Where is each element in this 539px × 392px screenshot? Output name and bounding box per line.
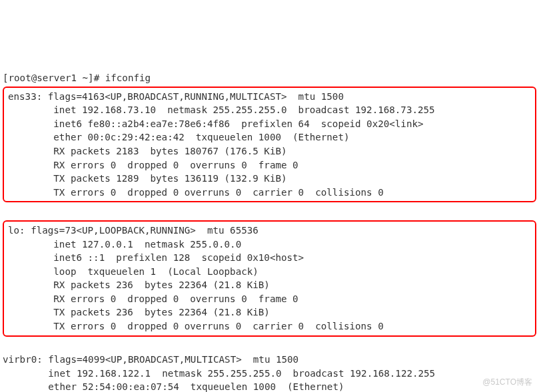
ens33-line-4: ether 00:0c:29:42:ea:42 txqueuelen 1000 … [8, 132, 350, 142]
ens33-line-5: RX packets 2183 bytes 180767 (176.5 KiB) [8, 146, 287, 156]
lo-line-4: loop txqueuelen 1 (Local Loopback) [8, 266, 259, 277]
highlight-box-ens33: ens33: flags=4163<UP,BROADCAST,RUNNING,M… [3, 87, 536, 203]
lo-line-2: inet 127.0.0.1 netmask 255.0.0.0 [8, 239, 241, 250]
lo-line-5: RX packets 236 bytes 22364 (21.8 KiB) [8, 280, 270, 290]
lo-line-7: TX packets 236 bytes 22364 (21.8 KiB) [8, 307, 270, 317]
watermark-text: @51CTO博客 [482, 377, 532, 388]
lo-line-6: RX errors 0 dropped 0 overruns 0 frame 0 [8, 294, 298, 304]
ens33-line-3: inet6 fe80::a2b4:ea7e:78e6:4f86 prefixle… [8, 118, 424, 129]
ens33-line-8: TX errors 0 dropped 0 overruns 0 carrier… [8, 187, 384, 198]
virbr0-line-3: ether 52:54:00:ea:07:54 txqueuelen 1000 … [3, 381, 344, 392]
ens33-line-1: ens33: flags=4163<UP,BROADCAST,RUNNING,M… [8, 91, 344, 102]
virbr0-line-1: virbr0: flags=4099<UP,BROADCAST,MULTICAS… [3, 354, 298, 365]
highlight-box-lo: lo: flags=73<UP,LOOPBACK,RUNNING> mtu 65… [3, 220, 536, 337]
ens33-line-2: inet 192.168.73.10 netmask 255.255.255.0… [8, 104, 435, 115]
prompt-line: [root@server1 ~]# ifconfig [3, 73, 151, 83]
ens33-line-6: RX errors 0 dropped 0 overruns 0 frame 0 [8, 160, 298, 170]
virbr0-line-2: inet 192.168.122.1 netmask 255.255.255.0… [3, 368, 435, 379]
terminal-output: [root@server1 ~]# ifconfig ens33: flags=… [3, 57, 536, 392]
lo-line-1: lo: flags=73<UP,LOOPBACK,RUNNING> mtu 65… [8, 225, 259, 236]
lo-line-3: inet6 ::1 prefixlen 128 scopeid 0x10<hos… [8, 252, 304, 263]
lo-line-8: TX errors 0 dropped 0 overruns 0 carrier… [8, 321, 384, 331]
ens33-line-7: TX packets 1289 bytes 136119 (132.9 KiB) [8, 173, 287, 184]
